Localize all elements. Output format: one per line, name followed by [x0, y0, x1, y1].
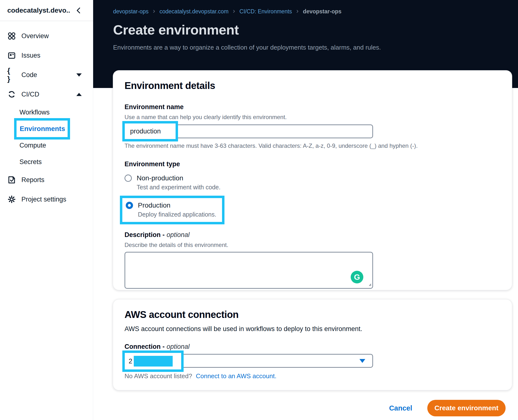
breadcrumb-link-repo[interactable]: codecatalyst.devopstar.com: [160, 8, 229, 15]
annotation-highlight-production: Production Deploy finalized applications…: [120, 196, 224, 224]
description-label: Description -optional: [125, 231, 500, 239]
breadcrumb-separator-icon: ›: [233, 7, 235, 15]
grid-icon: [7, 32, 16, 40]
radio-option-production[interactable]: Production: [126, 201, 216, 209]
sidebar-item-overview[interactable]: Overview: [0, 26, 93, 46]
page-title: Create environment: [113, 22, 518, 38]
card-heading: AWS account connection: [125, 299, 500, 320]
form-actions: Cancel Create environment: [389, 400, 506, 416]
sidebar-nav: Overview Issues { } Code CI/CD: [0, 21, 93, 209]
report-icon: [7, 175, 16, 184]
sidebar-item-issues[interactable]: Issues: [0, 46, 93, 65]
sidebar-item-environments-slot: Environments: [0, 121, 93, 137]
environment-name-help: Use a name that can help you clearly ide…: [125, 114, 500, 121]
sidebar-item-compute[interactable]: Compute: [0, 137, 93, 154]
radio-selected-icon: [126, 202, 133, 209]
aws-connection-subtitle: AWS account connections will be used in …: [125, 325, 500, 333]
annotation-highlight-connection: 2: [122, 350, 184, 372]
breadcrumb-current: devopstar-ops: [303, 8, 341, 15]
connect-aws-account-link[interactable]: Connect to an AWS account.: [196, 372, 276, 380]
sidebar-item-code[interactable]: { } Code: [0, 65, 93, 85]
grammarly-icon[interactable]: G: [351, 271, 363, 283]
sidebar-item-environments[interactable]: Environments: [20, 125, 65, 133]
sidebar-item-label: Project settings: [21, 196, 66, 203]
chevron-down-icon: [76, 73, 82, 77]
board-icon: [7, 51, 16, 60]
sidebar-item-label: Overview: [21, 32, 49, 40]
redaction-block: [134, 356, 173, 367]
annotation-highlight-name-value: production: [122, 121, 178, 141]
cancel-button[interactable]: Cancel: [389, 404, 412, 412]
card-heading: Environment details: [125, 70, 500, 91]
description-help: Describe the details of this environment…: [125, 242, 500, 248]
gear-icon: [7, 195, 16, 204]
radio-unselected-icon: [125, 175, 132, 182]
sidebar-header: codecatalyst.devo...: [0, 0, 93, 21]
description-field-wrap: G: [125, 252, 373, 289]
description-textarea[interactable]: [125, 252, 373, 289]
resize-handle-icon[interactable]: [368, 282, 372, 287]
breadcrumb-separator-icon: ›: [296, 7, 299, 15]
chevron-up-icon: [76, 93, 82, 96]
environment-name-value: production: [130, 128, 161, 135]
optional-tag: optional: [167, 343, 190, 350]
optional-tag: optional: [167, 231, 190, 238]
sidebar-collapse-icon[interactable]: [75, 7, 83, 14]
connection-help-text: No AWS account listed?: [125, 372, 192, 380]
breadcrumb-separator-icon: ›: [153, 7, 155, 15]
annotation-highlight-environments: Environments: [14, 118, 70, 140]
cicd-subnav: Workflows Environments Compute Secrets: [0, 104, 93, 170]
project-title: codecatalyst.devo...: [7, 7, 71, 14]
connection-help: No AWS account listed? Connect to an AWS…: [125, 372, 500, 380]
environment-name-constraint: The environment name must have 3-63 char…: [125, 142, 500, 149]
breadcrumb-link-project[interactable]: devopstar-ops: [113, 8, 149, 15]
environment-name-label: Environment name: [125, 103, 500, 111]
sidebar-item-label: CI/CD: [21, 91, 39, 98]
radio-non-production-description: Test and experiment with code.: [137, 184, 500, 191]
braces-icon: { }: [7, 70, 16, 79]
connection-select-wrap: 2: [125, 354, 373, 368]
select-caret-icon: [359, 359, 365, 363]
connection-label: Connection -optional: [125, 343, 500, 350]
sidebar-item-cicd[interactable]: CI/CD: [0, 85, 93, 104]
radio-production-description: Deploy finalized applications.: [138, 211, 216, 218]
sidebar-item-secrets[interactable]: Secrets: [0, 154, 93, 170]
connection-value: 2: [129, 358, 132, 365]
breadcrumb: devopstar-ops › codecatalyst.devopstar.c…: [113, 0, 518, 15]
sidebar-item-reports[interactable]: Reports: [0, 170, 93, 190]
sidebar-item-label: Code: [21, 71, 37, 79]
sidebar-item-label: Issues: [21, 52, 40, 59]
page-subtitle: Environments are a way to organize a col…: [113, 44, 518, 51]
cycle-icon: [7, 90, 16, 99]
sidebar-item-label: Reports: [21, 176, 45, 184]
environment-name-field-wrap: production: [125, 124, 373, 138]
environment-type-label: Environment type: [125, 160, 500, 168]
create-environment-button[interactable]: Create environment: [427, 400, 506, 416]
sidebar-item-project-settings[interactable]: Project settings: [0, 190, 93, 209]
environment-details-card: Environment details Environment name Use…: [113, 70, 512, 290]
sidebar: codecatalyst.devo... Overview Issues { }…: [0, 0, 93, 420]
aws-account-connection-card: AWS account connection AWS account conne…: [113, 299, 512, 390]
breadcrumb-link-environments[interactable]: CI/CD: Environments: [240, 8, 292, 15]
radio-option-non-production[interactable]: Non-production: [125, 174, 500, 182]
